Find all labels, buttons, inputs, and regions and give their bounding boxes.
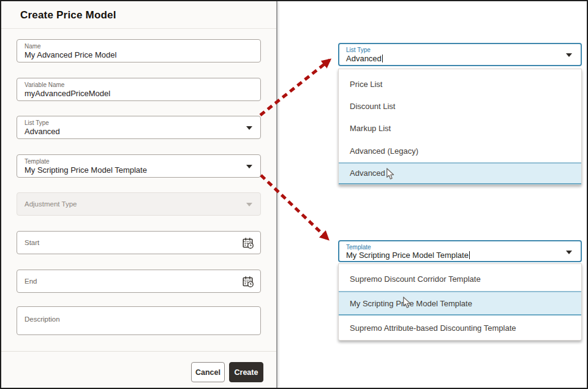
list-type-select-label: List Type [24,119,49,126]
list-type-dropdown-focused[interactable]: List Type Advanced [338,43,582,66]
text-caret [469,251,470,259]
option-advanced-highlighted[interactable]: Advanced [339,162,581,184]
adjustment-type-select: Adjustment Type [17,192,261,216]
create-button[interactable]: Create [229,362,263,382]
cancel-button[interactable]: Cancel [191,362,225,382]
option-markup-list[interactable]: Markup List [339,118,581,140]
text-caret [382,55,383,62]
end-date-field[interactable]: End [17,270,261,293]
start-date-field[interactable]: Start [17,231,261,254]
list-type-options-menu: Price List Discount List Markup List Adv… [338,69,582,185]
dialog-header: Create Price Model [1,1,276,29]
dialog-title: Create Price Model [20,1,116,29]
end-date-label: End [24,270,37,292]
caret-down-icon[interactable] [566,53,572,57]
option-discount-list[interactable]: Discount List [339,95,581,117]
caret-down-icon [246,203,252,206]
caret-down-icon[interactable] [246,165,252,168]
template-options-menu: Supremo Discount Corridor Template My Sc… [338,263,582,341]
name-field[interactable]: Name My Advanced Price Model [17,39,261,62]
list-type-select-value: Advanced [24,127,60,136]
screenshot-frame: Create Price Model Name My Advanced Pric… [0,0,588,389]
cursor-pointer-icon [402,296,412,309]
footer-divider [1,351,276,352]
option-price-list[interactable]: Price List [339,73,581,95]
start-date-label: Start [24,232,39,254]
description-field[interactable]: Description [17,306,261,335]
template-dropdown-focused[interactable]: Template My Scripting Price Model Templa… [338,240,582,262]
list-type-dropdown-value: Advanced [346,54,383,63]
template-select[interactable]: Template My Scripting Price Model Templa… [17,154,261,178]
template-dropdown-label: Template [346,244,371,251]
template-select-label: Template [24,158,50,165]
variable-name-field-value: myAdvancedPriceModel [24,89,110,98]
caret-down-icon[interactable] [566,251,572,254]
name-field-value: My Advanced Price Model [24,50,116,59]
name-field-label: Name [24,43,41,50]
list-type-select[interactable]: List Type Advanced [17,116,261,139]
calendar-clock-icon[interactable] [242,237,254,249]
calendar-clock-icon[interactable] [242,276,254,288]
option-advanced-legacy[interactable]: Advanced (Legacy) [339,140,581,162]
option-my-scripting-template-highlighted[interactable]: My Scripting Price Model Template [339,291,581,315]
list-type-dropdown-label: List Type [346,47,371,53]
variable-name-field-label: Variable Name [24,81,64,88]
adjustment-type-label: Adjustment Type [24,193,77,215]
variable-name-field[interactable]: Variable Name myAdvancedPriceModel [17,78,261,101]
template-dropdown-value: My Scripting Price Model Template [346,251,470,260]
description-label: Description [24,315,60,323]
caret-down-icon[interactable] [246,126,252,130]
template-select-value: My Scripting Price Model Template [24,165,147,175]
option-supremo-discount-corridor[interactable]: Supremo Discount Corridor Template [339,266,581,291]
cursor-pointer-icon [386,168,395,181]
create-price-model-dialog: Create Price Model Name My Advanced Pric… [1,1,277,388]
option-supremo-attribute-based[interactable]: Supremo Attribute-based Discounting Temp… [339,315,581,340]
